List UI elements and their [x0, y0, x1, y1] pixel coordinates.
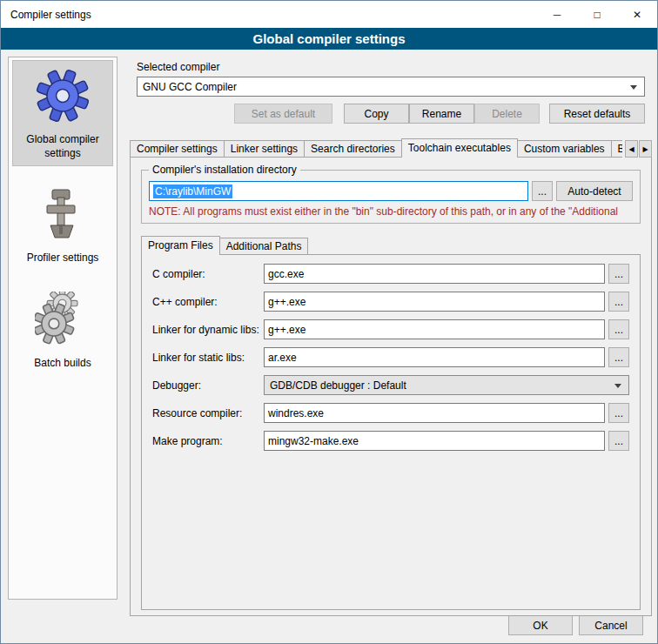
make-program-input[interactable]: mingw32-make.exe [264, 431, 605, 451]
titlebar: Compiler settings ─ □ ✕ [1, 1, 657, 28]
selected-compiler-value: GNU GCC Compiler [143, 81, 237, 93]
chevron-down-icon [614, 384, 621, 388]
profiler-icon [35, 186, 91, 245]
selected-compiler-select[interactable]: GNU GCC Compiler [137, 77, 645, 97]
static-linker-input[interactable]: ar.exe [264, 347, 605, 367]
make-program-browse-button[interactable]: ... [608, 431, 629, 451]
c-compiler-label: C compiler: [152, 268, 264, 280]
window-controls: ─ □ ✕ [537, 1, 657, 28]
dynamic-linker-label: Linker for dynamic libs: [152, 324, 264, 336]
cpp-compiler-browse-button[interactable]: ... [608, 292, 629, 312]
static-linker-browse-button[interactable]: ... [608, 347, 629, 367]
close-button[interactable]: ✕ [617, 1, 657, 28]
debugger-select[interactable]: GDB/CDB debugger : Default [264, 375, 629, 395]
installation-directory-value: C:\raylib\MinGW [153, 184, 232, 198]
tab-scroll-left-icon[interactable]: ◀ [625, 140, 638, 158]
resource-compiler-browse-button[interactable]: ... [608, 403, 629, 423]
minimize-icon: ─ [554, 9, 561, 21]
tab-custom-variables[interactable]: Custom variables [517, 140, 612, 158]
debugger-value: GDB/CDB debugger : Default [270, 379, 406, 392]
sidebar-item-label: Profiler settings [27, 252, 99, 265]
set-as-default-button[interactable]: Set as default [234, 104, 332, 124]
delete-button[interactable]: Delete [474, 104, 540, 124]
make-program-label: Make program: [152, 435, 264, 447]
dialog-header: Global compiler settings [1, 28, 657, 50]
sidebar-item-profiler-settings[interactable]: Profiler settings [13, 179, 112, 271]
dialog-title: Global compiler settings [252, 31, 405, 46]
programs-notebook: Program Files Additional Paths C compile… [141, 236, 641, 610]
form-row-resource-compiler: Resource compiler: windres.exe ... [152, 403, 629, 423]
window-title: Compiler settings [1, 9, 91, 21]
rename-button[interactable]: Rename [409, 104, 474, 124]
input-value: g++.exe [268, 296, 306, 308]
maximize-button[interactable]: □ [577, 1, 617, 28]
sidebar-item-label: Batch builds [34, 357, 91, 371]
sidebar-item-global-compiler-settings[interactable]: Global compiler settings [13, 61, 112, 165]
subtab-additional-paths[interactable]: Additional Paths [219, 238, 309, 255]
cpp-compiler-label: C++ compiler: [152, 296, 264, 308]
subtab-program-files[interactable]: Program Files [141, 236, 220, 255]
c-compiler-input[interactable]: gcc.exe [264, 264, 605, 284]
global-compiler-gear-icon [35, 68, 91, 126]
c-compiler-browse-button[interactable]: ... [608, 264, 629, 284]
selected-compiler-label: Selected compiler [137, 61, 652, 73]
dynamic-linker-browse-button[interactable]: ... [608, 319, 629, 339]
input-value: mingw32-make.exe [268, 435, 359, 447]
sidebar-item-batch-builds[interactable]: Batch builds [13, 285, 112, 376]
input-value: gcc.exe [268, 268, 304, 280]
installation-directory-input[interactable]: C:\raylib\MinGW [149, 181, 528, 201]
installation-directory-legend: Compiler's installation directory [149, 164, 300, 176]
minimize-button[interactable]: ─ [537, 1, 577, 28]
compiler-actions: Set as default Copy Rename Delete Reset … [137, 104, 645, 124]
copy-button[interactable]: Copy [344, 104, 409, 124]
sidebar-item-label: Global compiler settings [15, 133, 111, 160]
input-value: ar.exe [268, 352, 297, 364]
input-value: windres.exe [268, 407, 324, 419]
bin-subdirectory-note: NOTE: All programs must exist either in … [149, 205, 633, 218]
program-files-panel: C compiler: gcc.exe ... C++ compiler: g+… [141, 254, 641, 610]
cpp-compiler-input[interactable]: g++.exe [264, 292, 605, 312]
form-row-static-linker: Linker for static libs: ar.exe ... [152, 347, 629, 367]
resource-compiler-input[interactable]: windres.exe [264, 403, 605, 423]
form-row-cpp-compiler: C++ compiler: g++.exe ... [152, 292, 629, 312]
tab-linker-settings[interactable]: Linker settings [224, 140, 305, 158]
tab-search-directories[interactable]: Search directories [304, 140, 402, 158]
batch-builds-gears-icon [35, 292, 91, 350]
chevron-down-icon [630, 85, 637, 90]
auto-detect-button[interactable]: Auto-detect [556, 181, 633, 201]
installation-directory-row: C:\raylib\MinGW ... Auto-detect [149, 181, 633, 201]
static-linker-label: Linker for static libs: [152, 352, 264, 364]
tab-compiler-settings[interactable]: Compiler settings [130, 140, 225, 158]
toolchain-executables-panel: Compiler's installation directory C:\ray… [130, 157, 652, 616]
programs-tabbar: Program Files Additional Paths [141, 236, 641, 255]
cancel-button[interactable]: Cancel [579, 615, 643, 635]
tab-scroll-right-icon[interactable]: ▶ [639, 140, 652, 158]
tab-scroll-buttons: ◀ ▶ [622, 140, 652, 158]
form-row-c-compiler: C compiler: gcc.exe ... [152, 264, 629, 284]
reset-defaults-button[interactable]: Reset defaults [549, 104, 645, 124]
debugger-label: Debugger: [152, 379, 264, 392]
settings-category-sidebar: Global compiler settings Profiler settin… [8, 57, 118, 600]
maximize-icon: □ [594, 9, 600, 21]
resource-compiler-label: Resource compiler: [152, 407, 264, 419]
settings-tabbar: Compiler settings Linker settings Search… [130, 138, 652, 158]
installation-directory-groupbox: Compiler's installation directory C:\ray… [141, 170, 641, 224]
tab-toolchain-executables[interactable]: Toolchain executables [401, 138, 518, 158]
installation-directory-browse-button[interactable]: ... [532, 181, 553, 201]
close-icon: ✕ [633, 9, 641, 21]
compiler-settings-window: Compiler settings ─ □ ✕ Global compiler … [0, 0, 658, 644]
input-value: g++.exe [268, 324, 306, 336]
main-panel: Selected compiler GNU GCC Compiler Set a… [130, 56, 652, 616]
form-row-debugger: Debugger: GDB/CDB debugger : Default [152, 375, 629, 395]
form-row-make-program: Make program: mingw32-make.exe ... [152, 431, 629, 451]
form-row-dynamic-linker: Linker for dynamic libs: g++.exe ... [152, 319, 629, 339]
ok-button[interactable]: OK [508, 615, 573, 635]
dynamic-linker-input[interactable]: g++.exe [264, 319, 605, 339]
